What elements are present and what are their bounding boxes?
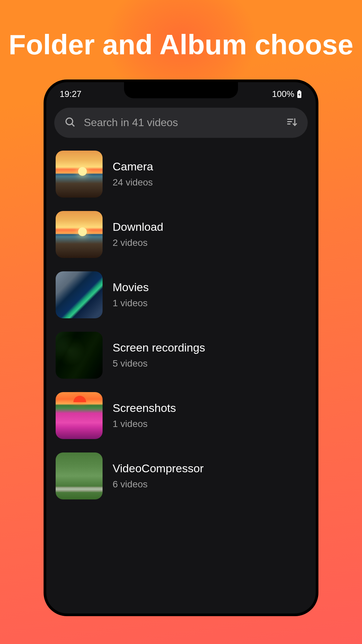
- folder-count: 24 videos: [113, 177, 153, 188]
- folder-info: Camera 24 videos: [113, 160, 153, 188]
- folder-item-videocompressor[interactable]: VideoCompressor 6 videos: [53, 449, 309, 503]
- folder-info: Screenshots 1 videos: [113, 401, 176, 429]
- folder-list: Camera 24 videos Download 2 videos Movie…: [46, 147, 316, 503]
- svg-rect-1: [298, 90, 300, 91]
- folder-thumbnail: [56, 151, 103, 198]
- folder-count: 5 videos: [113, 358, 205, 369]
- sort-icon[interactable]: [286, 116, 298, 129]
- folder-thumbnail: [56, 392, 103, 439]
- folder-item-screenshots[interactable]: Screenshots 1 videos: [53, 389, 309, 442]
- search-bar[interactable]: Search in 41 videos: [54, 108, 308, 138]
- phone-screen: 19:27 100% Search in 41 vide: [46, 82, 316, 613]
- phone-notch: [124, 82, 238, 98]
- folder-name: Movies: [113, 281, 149, 294]
- phone-frame: 19:27 100% Search in 41 vide: [44, 79, 318, 616]
- folder-name: VideoCompressor: [113, 462, 204, 475]
- folder-item-movies[interactable]: Movies 1 videos: [53, 268, 309, 322]
- folder-item-camera[interactable]: Camera 24 videos: [53, 147, 309, 201]
- folder-item-download[interactable]: Download 2 videos: [53, 208, 309, 261]
- folder-name: Camera: [113, 160, 153, 173]
- folder-name: Screen recordings: [113, 341, 205, 354]
- folder-info: VideoCompressor 6 videos: [113, 462, 204, 490]
- status-battery: 100%: [272, 89, 303, 99]
- battery-charging-icon: [296, 90, 302, 98]
- folder-info: Screen recordings 5 videos: [113, 341, 205, 369]
- folder-info: Download 2 videos: [113, 220, 163, 248]
- folder-item-screen-recordings[interactable]: Screen recordings 5 videos: [53, 328, 309, 382]
- search-icon: [64, 116, 76, 129]
- battery-percentage: 100%: [272, 89, 295, 99]
- status-time: 19:27: [60, 89, 81, 99]
- svg-point-2: [66, 118, 73, 125]
- folder-name: Download: [113, 220, 163, 233]
- folder-thumbnail: [56, 211, 103, 258]
- page-title: Folder and Album choose: [0, 0, 362, 79]
- folder-count: 1 videos: [113, 298, 149, 309]
- folder-thumbnail: [56, 452, 103, 499]
- svg-line-3: [72, 124, 74, 126]
- folder-count: 1 videos: [113, 419, 176, 429]
- folder-count: 6 videos: [113, 479, 204, 490]
- folder-count: 2 videos: [113, 237, 163, 248]
- search-placeholder: Search in 41 videos: [84, 116, 278, 129]
- folder-thumbnail: [56, 332, 103, 379]
- folder-thumbnail: [56, 271, 103, 318]
- folder-info: Movies 1 videos: [113, 281, 149, 309]
- folder-name: Screenshots: [113, 401, 176, 415]
